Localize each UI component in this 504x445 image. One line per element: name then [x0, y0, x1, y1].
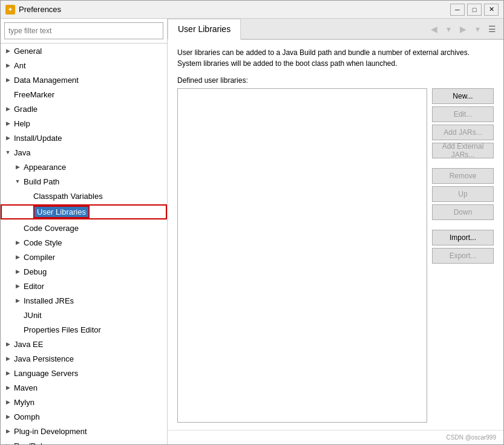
tree-item-label: Java: [14, 148, 30, 157]
expand-icon: ▶: [13, 267, 22, 276]
tree-item-install-update[interactable]: ▶Install/Update: [1, 131, 167, 145]
tree-item-language-servers[interactable]: ▶Language Servers: [1, 366, 167, 380]
panel-body: User libraries can be added to a Java Bu…: [168, 40, 503, 430]
tree-item-gradle[interactable]: ▶Gradle: [1, 102, 167, 116]
tree-item-label: Java Persistence: [14, 354, 74, 363]
tree-item-label: Code Style: [24, 238, 62, 247]
libraries-area: New...Edit...Add JARs...Add External JAR…: [177, 88, 494, 423]
tree-item-properties-files-editor[interactable]: Properties Files Editor: [1, 322, 167, 337]
expand-icon: [13, 325, 22, 334]
minimize-button[interactable]: ─: [450, 4, 465, 16]
tree-item-installed-jres[interactable]: ▶Installed JREs: [1, 293, 167, 308]
expand-icon: ▶: [3, 368, 13, 378]
expand-icon: ▶: [3, 119, 13, 128]
tree-item-label: Help: [14, 119, 30, 128]
description-text: User libraries can be added to a Java Bu…: [177, 47, 494, 69]
menu-button[interactable]: ☰: [485, 22, 499, 36]
tree-item-debug[interactable]: ▶Debug: [1, 264, 167, 279]
forward-button[interactable]: ▶: [456, 22, 470, 36]
tree-item-appearance[interactable]: ▶Appearance: [1, 160, 167, 174]
tree-item-java-persistence[interactable]: ▶Java Persistence: [1, 351, 167, 366]
tree-item-label: User Libraries: [33, 206, 90, 218]
expand-icon: ▶: [3, 133, 13, 143]
expand-icon: [3, 89, 13, 99]
remove-button: Remove: [432, 168, 494, 184]
export-button: Export...: [432, 248, 494, 264]
expand-icon: ▶: [3, 46, 13, 56]
right-panel: User Libraries ◀ ▾ ▶ ▾ ☰ User libraries …: [168, 19, 503, 444]
expand-icon: ▶: [3, 426, 13, 436]
forward-dropdown[interactable]: ▾: [471, 22, 484, 36]
tree-item-user-libraries[interactable]: User Libraries: [1, 203, 167, 221]
tree-container[interactable]: ▶General▶Ant▶Data ManagementFreeMarker▶G…: [1, 44, 167, 444]
new-button[interactable]: New...: [432, 88, 494, 104]
tree-item-help[interactable]: ▶Help: [1, 116, 167, 131]
window-title: Preferences: [19, 5, 450, 14]
expand-icon: [13, 310, 22, 320]
tree-item-compiler[interactable]: ▶Compiler: [1, 250, 167, 264]
tree-item-oomph[interactable]: ▶Oomph: [1, 409, 167, 424]
expand-icon: ▶: [13, 238, 22, 247]
tree-item-label: Ant: [14, 61, 26, 70]
preferences-window: ✦ Preferences ─ □ ✕ ▶General▶Ant▶Data Ma…: [0, 0, 504, 445]
title-bar: ✦ Preferences ─ □ ✕: [1, 1, 503, 19]
tree-item-classpath-variables[interactable]: Classpath Variables: [1, 189, 167, 203]
filter-box: [1, 19, 167, 44]
back-dropdown[interactable]: ▾: [442, 22, 455, 36]
expand-icon: ▶: [3, 397, 13, 407]
tree-item-build-path[interactable]: ▼Build Path: [1, 174, 167, 189]
tree-item-label: Language Servers: [14, 369, 78, 378]
defined-label: Defined user libraries:: [177, 76, 494, 85]
tree-item-label: Java EE: [14, 340, 43, 349]
expand-icon: ▶: [13, 252, 22, 262]
tree-item-label: Installed JREs: [24, 296, 74, 305]
expand-icon: [22, 207, 32, 217]
add-external-jars-button: Add External JARs...: [432, 143, 494, 158]
tree-item-data-management[interactable]: ▶Data Management: [1, 73, 167, 87]
filter-input[interactable]: [4, 22, 163, 39]
expand-icon: ▶: [3, 60, 13, 70]
add-jars-button: Add JARs...: [432, 125, 494, 140]
tree-item-junit[interactable]: JUnit: [1, 308, 167, 322]
app-icon: ✦: [5, 5, 15, 15]
expand-icon: [22, 191, 32, 201]
tree-item-label: Plug-in Development: [14, 427, 87, 436]
tree-item-label: FreeMarker: [14, 90, 54, 99]
tree-item-code-style[interactable]: ▶Code Style: [1, 235, 167, 250]
expand-icon: ▶: [3, 412, 13, 421]
tree-item-java[interactable]: ▼Java: [1, 145, 167, 160]
panel-title-tab: User Libraries: [168, 19, 241, 40]
tree-item-run-debug[interactable]: ▶Run/Debug: [1, 438, 167, 444]
tree-item-plug-in-development[interactable]: ▶Plug-in Development: [1, 424, 167, 438]
tree-item-code-coverage[interactable]: Code Coverage: [1, 221, 167, 235]
sidebar: ▶General▶Ant▶Data ManagementFreeMarker▶G…: [1, 19, 168, 444]
expand-icon: ▶: [3, 104, 13, 114]
expand-icon: ▼: [13, 177, 22, 186]
tree-item-label: Maven: [14, 383, 38, 392]
tree-item-editor[interactable]: ▶Editor: [1, 279, 167, 293]
restore-button[interactable]: □: [467, 4, 482, 16]
tree-item-label: General: [14, 47, 42, 56]
tree-item-freemarker[interactable]: FreeMarker: [1, 87, 167, 102]
window-controls: ─ □ ✕: [450, 4, 499, 16]
tree-item-general[interactable]: ▶General: [1, 44, 167, 58]
import-button[interactable]: Import...: [432, 230, 494, 245]
expand-icon: ▶: [3, 339, 13, 349]
tree-item-label: Mylyn: [14, 398, 34, 407]
tree-item-mylyn[interactable]: ▶Mylyn: [1, 395, 167, 409]
panel-title: User Libraries: [178, 24, 231, 34]
tree-item-label: Run/Debug: [14, 441, 54, 445]
tree-item-ant[interactable]: ▶Ant: [1, 58, 167, 73]
tree-item-label: Properties Files Editor: [24, 325, 101, 334]
expand-icon: ▶: [13, 281, 22, 291]
tree-item-java-ee[interactable]: ▶Java EE: [1, 337, 167, 351]
tree-item-label: Build Path: [24, 177, 59, 186]
back-button[interactable]: ◀: [427, 22, 440, 36]
user-libraries-list[interactable]: [177, 88, 427, 423]
tree-item-label: Editor: [24, 282, 44, 291]
expand-icon: ▶: [13, 296, 22, 305]
close-button[interactable]: ✕: [484, 4, 499, 16]
tree-item-label: Install/Update: [14, 134, 62, 143]
tree-item-maven[interactable]: ▶Maven: [1, 380, 167, 395]
tree-item-label: JUnit: [24, 311, 42, 320]
